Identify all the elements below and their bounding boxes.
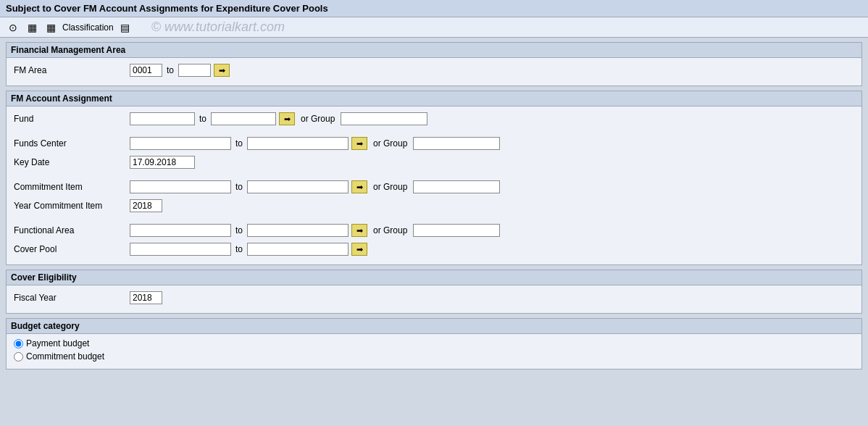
fund-group-input[interactable] <box>341 112 427 125</box>
fm-account-assignment-header: FM Account Assignment <box>7 91 861 106</box>
fund-to-input[interactable] <box>211 112 276 125</box>
commitment-item-arrow-btn[interactable]: ➡ <box>351 180 367 193</box>
commitment-budget-row: Commitment budget <box>14 351 854 362</box>
funds-center-to-label: to <box>235 138 243 149</box>
payment-budget-row: Payment budget <box>14 338 854 348</box>
commitment-budget-label: Commitment budget <box>26 351 104 362</box>
fund-label: Fund <box>14 114 130 124</box>
watermark: © www.tutorialkart.com <box>151 20 285 35</box>
functional-area-arrow-btn[interactable]: ➡ <box>351 224 367 237</box>
cover-pool-from-input[interactable] <box>130 243 231 256</box>
cover-eligibility-header: Cover Eligibility <box>7 270 861 285</box>
fm-area-label: FM Area <box>14 65 130 75</box>
payment-budget-label: Payment budget <box>26 338 89 348</box>
funds-center-or-group-label: or Group <box>373 138 407 149</box>
commitment-item-or-group-label: or Group <box>373 182 407 192</box>
fund-to-label: to <box>199 114 206 124</box>
fund-from-input[interactable] <box>130 112 195 125</box>
fm-area-to-label: to <box>167 65 174 75</box>
cover-eligibility-section: Cover Eligibility Fiscal Year <box>6 270 862 314</box>
key-date-input[interactable] <box>130 156 195 169</box>
title-text: Subject to Cover FM Account Assignments … <box>6 3 328 14</box>
functional-area-or-group-label: or Group <box>373 225 407 235</box>
funds-center-from-input[interactable] <box>130 137 231 150</box>
commitment-item-to-label: to <box>235 182 243 192</box>
fm-account-assignment-section: FM Account Assignment Fund to ➡ or Group… <box>6 91 862 265</box>
year-commitment-item-label: Year Commitment Item <box>14 201 130 211</box>
functional-area-to-label: to <box>235 225 243 235</box>
funds-center-group-input[interactable] <box>413 137 500 150</box>
funds-center-to-input[interactable] <box>247 137 349 150</box>
fm-area-from-input[interactable] <box>130 64 162 77</box>
commitment-budget-radio[interactable] <box>14 352 23 362</box>
cover-pool-to-input[interactable] <box>247 243 349 256</box>
fiscal-year-label: Fiscal Year <box>14 293 130 303</box>
year-commitment-item-input[interactable] <box>130 199 162 212</box>
financial-management-area-section: Financial Management Area FM Area to ➡ <box>6 42 862 86</box>
budget-category-section: Budget category Payment budget Commitmen… <box>6 318 862 369</box>
payment-budget-radio[interactable] <box>14 339 23 348</box>
funds-center-label: Funds Center <box>14 138 130 149</box>
layout1-icon[interactable]: ▦ <box>25 20 39 35</box>
cover-pool-arrow-btn[interactable]: ➡ <box>351 243 367 256</box>
functional-area-group-input[interactable] <box>413 224 500 237</box>
funds-center-arrow-btn[interactable]: ➡ <box>351 137 367 150</box>
financial-management-area-header: Financial Management Area <box>7 43 861 58</box>
title-bar: Subject to Cover FM Account Assignments … <box>0 0 868 17</box>
key-date-label: Key Date <box>14 157 130 167</box>
nav-icon[interactable]: ▤ <box>118 20 133 35</box>
toolbar: ⊙ ▦ ▦ Classification ▤ © www.tutorialkar… <box>0 17 868 38</box>
cover-pool-label: Cover Pool <box>14 244 130 254</box>
budget-category-header: Budget category <box>7 319 861 334</box>
classification-button[interactable]: Classification <box>62 22 114 33</box>
functional-area-from-input[interactable] <box>130 224 231 237</box>
functional-area-label: Functional Area <box>14 225 130 235</box>
fm-area-arrow-btn[interactable]: ➡ <box>214 64 230 77</box>
fm-area-to-input[interactable] <box>178 64 211 77</box>
commitment-item-to-input[interactable] <box>247 180 349 193</box>
fund-arrow-btn[interactable]: ➡ <box>279 112 295 125</box>
commitment-item-label: Commitment Item <box>14 182 130 192</box>
layout2-icon[interactable]: ▦ <box>43 20 58 35</box>
commitment-item-from-input[interactable] <box>130 180 231 193</box>
functional-area-to-input[interactable] <box>247 224 349 237</box>
cover-pool-to-label: to <box>235 244 243 254</box>
commitment-item-group-input[interactable] <box>413 180 500 193</box>
fund-or-group-label: or Group <box>301 114 335 124</box>
fiscal-year-input[interactable] <box>130 291 162 304</box>
home-icon[interactable]: ⊙ <box>6 20 20 35</box>
